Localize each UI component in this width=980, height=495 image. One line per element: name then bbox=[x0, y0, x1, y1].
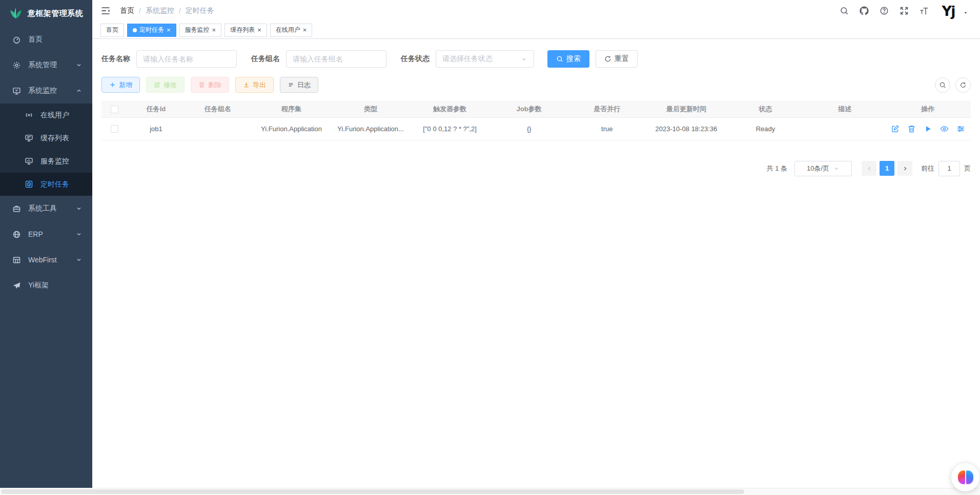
refresh-table-button[interactable] bbox=[955, 77, 971, 93]
sidebar-item-scheduled-tasks[interactable]: 定时任务 bbox=[0, 173, 92, 196]
col-assembly: 程序集 bbox=[251, 101, 332, 117]
edit-button[interactable]: 修改 bbox=[146, 77, 185, 93]
next-page-button[interactable] bbox=[897, 161, 912, 176]
task-group-input[interactable] bbox=[286, 50, 386, 68]
chevron-down-icon bbox=[76, 257, 82, 263]
chevron-up-icon bbox=[76, 88, 82, 94]
log-button[interactable]: 日志 bbox=[280, 77, 318, 93]
github-icon[interactable] bbox=[860, 6, 869, 15]
app-root: 意框架管理系统 首页 系统管理 系统监控 在线用户 bbox=[0, 0, 980, 488]
task-log-sliders-icon[interactable] bbox=[956, 125, 965, 133]
prev-page-button[interactable] bbox=[862, 161, 876, 176]
monitor-icon bbox=[12, 87, 21, 95]
reset-button[interactable]: 重置 bbox=[596, 50, 638, 68]
fullscreen-icon[interactable] bbox=[900, 6, 909, 15]
chevron-left-icon bbox=[866, 166, 872, 172]
sidebar-item-cache-list[interactable]: 缓存列表 bbox=[0, 127, 92, 150]
page-number-1[interactable]: 1 bbox=[880, 161, 894, 176]
page-size-select[interactable]: 10条/页 bbox=[794, 161, 852, 176]
refresh-icon bbox=[959, 81, 967, 89]
tag-online-users[interactable]: 在线用户 × bbox=[270, 24, 313, 37]
navbar-right: Yj bbox=[840, 2, 969, 19]
cell-last-update: 2023-10-08 18:23:36 bbox=[646, 117, 726, 140]
pagination-total: 共 1 条 bbox=[767, 164, 787, 173]
sidebar-item-service-monitor[interactable]: 服务监控 bbox=[0, 150, 92, 173]
export-button[interactable]: 导出 bbox=[235, 77, 274, 93]
add-button[interactable]: 新增 bbox=[101, 77, 140, 93]
log-list-icon bbox=[288, 81, 294, 88]
help-icon[interactable] bbox=[880, 6, 889, 15]
col-trigger-args: 触发器参数 bbox=[410, 101, 490, 117]
assistant-widget-button[interactable] bbox=[951, 463, 979, 491]
plus-icon bbox=[109, 81, 116, 88]
sidebar-item-home[interactable]: 首页 bbox=[0, 27, 92, 52]
cell-trigger-args: ["0 0 0,12 ? * ?",2] bbox=[410, 117, 490, 140]
view-detail-eye-icon[interactable] bbox=[940, 125, 949, 133]
search-icon bbox=[556, 55, 563, 63]
search-button[interactable]: 搜索 bbox=[547, 50, 589, 68]
task-group-label: 任务组名 bbox=[251, 54, 280, 64]
breadcrumb-home[interactable]: 首页 bbox=[120, 6, 134, 15]
filter-form: 任务名称 任务组名 任务状态 请选择任务状态 搜索 重置 bbox=[101, 50, 971, 68]
timer-task-icon bbox=[25, 180, 33, 189]
sidebar-item-system-management[interactable]: 系统管理 bbox=[0, 52, 92, 78]
avatar[interactable]: Yj bbox=[940, 2, 957, 19]
table-row[interactable]: job1 Yi.Furion.Application Yi.Furion.App… bbox=[101, 117, 971, 140]
sidebar-item-yi-framework[interactable]: Yi框架 bbox=[0, 273, 92, 298]
chevron-down-icon bbox=[76, 231, 82, 237]
col-description: 描述 bbox=[804, 101, 885, 117]
col-job-args: Job参数 bbox=[490, 101, 568, 117]
edit-row-icon[interactable] bbox=[891, 125, 900, 133]
close-icon[interactable]: × bbox=[167, 27, 171, 33]
scrollbar-thumb[interactable] bbox=[1, 489, 744, 494]
tag-service-monitor[interactable]: 服务监控 × bbox=[179, 24, 222, 37]
task-status-label: 任务状态 bbox=[401, 54, 430, 64]
delete-row-icon[interactable] bbox=[907, 125, 916, 133]
refresh-icon bbox=[604, 55, 611, 63]
col-task-group: 任务组名 bbox=[185, 101, 251, 117]
cell-concurrent: true bbox=[568, 117, 646, 140]
logo[interactable]: 意框架管理系统 bbox=[0, 0, 92, 27]
cell-assembly: Yi.Furion.Application bbox=[251, 117, 332, 140]
col-concurrent: 是否并行 bbox=[568, 101, 646, 117]
goto-page-input[interactable] bbox=[938, 161, 960, 176]
paper-plane-icon bbox=[12, 281, 21, 290]
row-checkbox[interactable] bbox=[111, 125, 118, 133]
cell-task-group bbox=[185, 117, 251, 140]
horizontal-scrollbar[interactable] bbox=[0, 488, 980, 495]
sidebar-item-online-users[interactable]: 在线用户 bbox=[0, 104, 92, 127]
breadcrumb: 首页 / 系统监控 / 定时任务 bbox=[120, 6, 214, 15]
tag-cache-list[interactable]: 缓存列表 × bbox=[224, 24, 267, 37]
active-tab-dot bbox=[133, 28, 137, 32]
cell-type: Yi.Furion.Application... bbox=[332, 117, 410, 140]
sidebar-item-system-monitor[interactable]: 系统监控 bbox=[0, 78, 92, 104]
sidebar-item-webfirst[interactable]: WebFirst bbox=[0, 247, 92, 273]
task-status-select[interactable]: 请选择任务状态 bbox=[436, 50, 534, 68]
search-icon[interactable] bbox=[840, 6, 849, 15]
page-content: 任务名称 任务组名 任务状态 请选择任务状态 搜索 重置 bbox=[92, 39, 980, 488]
cell-task-id: job1 bbox=[128, 117, 185, 140]
sidebar-item-erp[interactable]: ERP bbox=[0, 221, 92, 247]
caret-down-icon[interactable] bbox=[963, 10, 969, 16]
main-area: 首页 / 系统监控 / 定时任务 Yj 首页 定时任务 bbox=[92, 0, 980, 488]
pagination: 共 1 条 10条/页 1 前往 页 bbox=[101, 161, 971, 176]
show-search-toggle-button[interactable] bbox=[935, 77, 950, 93]
pagination-goto: 前往 页 bbox=[921, 161, 971, 176]
close-icon[interactable]: × bbox=[303, 27, 307, 33]
delete-button[interactable]: 删除 bbox=[191, 77, 229, 93]
row-actions bbox=[885, 125, 971, 133]
chevron-down-icon bbox=[521, 56, 527, 63]
task-name-input[interactable] bbox=[136, 50, 237, 68]
sidebar-item-system-tools[interactable]: 系统工具 bbox=[0, 196, 92, 221]
run-task-icon[interactable] bbox=[924, 125, 932, 133]
close-icon[interactable]: × bbox=[212, 27, 216, 33]
download-icon bbox=[243, 81, 250, 88]
font-size-icon[interactable] bbox=[920, 6, 929, 15]
tag-scheduled-tasks[interactable]: 定时任务 × bbox=[127, 24, 176, 37]
tag-home[interactable]: 首页 bbox=[100, 24, 124, 37]
dashboard-icon bbox=[12, 35, 21, 44]
fold-sidebar-icon[interactable] bbox=[100, 6, 111, 16]
brain-icon bbox=[958, 470, 973, 484]
select-all-checkbox[interactable] bbox=[111, 106, 118, 113]
close-icon[interactable]: × bbox=[257, 27, 261, 33]
